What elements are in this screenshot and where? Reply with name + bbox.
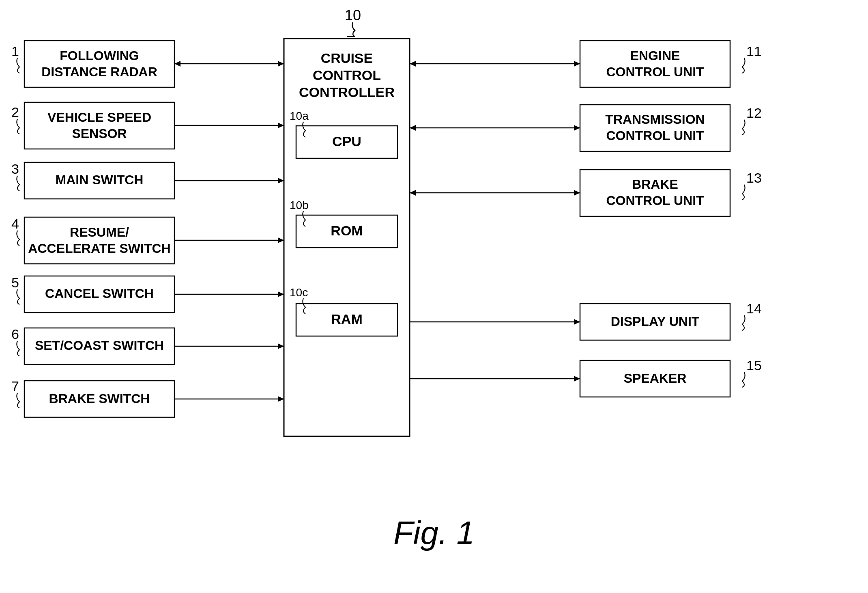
svg-text:Fig. 1: Fig. 1	[393, 515, 475, 551]
svg-text:6: 6	[11, 326, 19, 342]
svg-text:RESUME/: RESUME/	[70, 225, 129, 239]
svg-text:CONTROL UNIT: CONTROL UNIT	[606, 65, 704, 79]
diagram-container: 10 CRUISE CONTROL CONTROLLER 10a CPU 10b…	[0, 0, 868, 593]
svg-text:DISPLAY UNIT: DISPLAY UNIT	[611, 314, 700, 329]
svg-text:10a: 10a	[290, 110, 309, 122]
svg-text:10b: 10b	[290, 199, 309, 211]
svg-text:BRAKE SWITCH: BRAKE SWITCH	[49, 391, 150, 406]
svg-text:CONTROL: CONTROL	[313, 67, 381, 83]
svg-text:10: 10	[345, 7, 361, 24]
svg-text:CONTROL UNIT: CONTROL UNIT	[606, 128, 704, 143]
svg-text:13: 13	[746, 170, 762, 185]
svg-text:CANCEL SWITCH: CANCEL SWITCH	[45, 286, 154, 301]
svg-text:SET/COAST SWITCH: SET/COAST SWITCH	[35, 338, 164, 353]
svg-text:3: 3	[11, 161, 19, 177]
diagram-svg: 10 CRUISE CONTROL CONTROLLER 10a CPU 10b…	[0, 0, 868, 593]
svg-text:VEHICLE SPEED: VEHICLE SPEED	[47, 110, 151, 125]
svg-text:CRUISE: CRUISE	[321, 50, 373, 66]
svg-text:ROM: ROM	[331, 223, 363, 238]
svg-text:ACCELERATE SWITCH: ACCELERATE SWITCH	[28, 241, 170, 256]
svg-text:15: 15	[746, 358, 762, 373]
svg-text:4: 4	[11, 216, 19, 231]
svg-text:5: 5	[11, 275, 19, 290]
svg-text:ENGINE: ENGINE	[630, 48, 680, 63]
svg-text:7: 7	[11, 378, 19, 394]
svg-text:2: 2	[11, 104, 19, 120]
svg-text:MAIN SWITCH: MAIN SWITCH	[56, 173, 144, 187]
svg-text:RAM: RAM	[331, 311, 362, 327]
svg-text:FOLLOWING: FOLLOWING	[60, 48, 139, 63]
svg-text:CONTROLLER: CONTROLLER	[299, 84, 395, 100]
svg-text:CPU: CPU	[332, 134, 361, 149]
svg-text:12: 12	[746, 105, 762, 121]
svg-text:11: 11	[746, 43, 762, 59]
svg-text:CONTROL UNIT: CONTROL UNIT	[606, 193, 704, 208]
svg-text:1: 1	[11, 43, 19, 59]
svg-text:SPEAKER: SPEAKER	[624, 371, 687, 386]
svg-text:SENSOR: SENSOR	[72, 126, 127, 141]
svg-text:BRAKE: BRAKE	[632, 177, 678, 192]
svg-text:DISTANCE RADAR: DISTANCE RADAR	[41, 65, 157, 79]
svg-text:10c: 10c	[290, 286, 308, 299]
svg-text:14: 14	[746, 301, 762, 316]
svg-text:TRANSMISSION: TRANSMISSION	[605, 112, 705, 127]
